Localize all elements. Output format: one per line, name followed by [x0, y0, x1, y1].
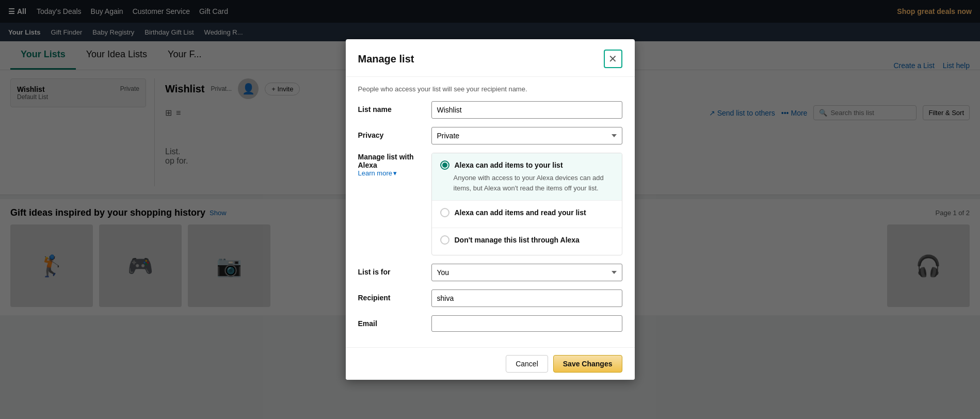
alexa-option-dont-manage[interactable]: Don't manage this list through Alexa [432, 228, 622, 255]
list-name-control [431, 101, 622, 119]
alexa-option-add-read[interactable]: Alexa can add items and read your list [432, 201, 622, 228]
alexa-option-add-read-header: Alexa can add items and read your list [440, 208, 614, 217]
list-is-for-label: List is for [358, 264, 425, 276]
modal-subtext: People who access your list will see you… [358, 85, 622, 93]
modal-body: People who access your list will see you… [346, 77, 635, 347]
recipient-row: Recipient [358, 289, 622, 307]
privacy-select[interactable]: Private Public Shared [431, 127, 622, 144]
alexa-section: Manage list with Alexa Learn more ▾ Alex… [358, 153, 622, 255]
cancel-button[interactable]: Cancel [506, 355, 548, 373]
radio-add-read [440, 208, 449, 217]
radio-add-only [440, 160, 449, 170]
list-is-for-select[interactable]: You Someone else [431, 264, 622, 281]
list-is-for-control: You Someone else [431, 264, 622, 281]
list-is-for-row: List is for You Someone else [358, 264, 622, 281]
modal-backdrop: Manage list ✕ People who access your lis… [0, 0, 980, 419]
alexa-options-wrapper: Alexa can add items to your list Anyone … [431, 153, 622, 255]
chevron-down-icon: ▾ [393, 169, 397, 177]
alexa-label-col: Manage list with Alexa Learn more ▾ [358, 153, 425, 255]
modal-title: Manage list [358, 53, 414, 65]
save-changes-button[interactable]: Save Changes [553, 355, 622, 373]
alexa-option-add-only-header: Alexa can add items to your list [440, 160, 614, 170]
modal-close-button[interactable]: ✕ [604, 50, 622, 68]
list-name-label: List name [358, 101, 425, 114]
recipient-control [431, 289, 622, 307]
alexa-label: Manage list with Alexa [358, 153, 425, 169]
email-label: Email [358, 315, 425, 328]
alexa-learn-more-link[interactable]: Learn more ▾ [358, 169, 425, 177]
radio-dont-manage [440, 235, 449, 245]
alexa-option-dont-manage-header: Don't manage this list through Alexa [440, 235, 614, 245]
modal-header: Manage list ✕ [346, 39, 635, 77]
modal-footer: Cancel Save Changes [346, 347, 635, 380]
list-name-row: List name [358, 101, 622, 119]
email-control [431, 315, 622, 332]
privacy-control: Private Public Shared [431, 127, 622, 144]
alexa-option-add-only-desc: Anyone with access to your Alexa devices… [454, 173, 614, 193]
list-name-input[interactable] [431, 101, 622, 119]
alexa-option-add-only[interactable]: Alexa can add items to your list Anyone … [432, 153, 622, 201]
recipient-input[interactable] [431, 289, 622, 307]
email-input[interactable] [431, 315, 622, 332]
privacy-row: Privacy Private Public Shared [358, 127, 622, 144]
recipient-label: Recipient [358, 289, 425, 302]
manage-list-modal: Manage list ✕ People who access your lis… [346, 39, 635, 380]
email-row: Email [358, 315, 622, 332]
alexa-options: Alexa can add items to your list Anyone … [431, 153, 622, 255]
privacy-label: Privacy [358, 127, 425, 139]
